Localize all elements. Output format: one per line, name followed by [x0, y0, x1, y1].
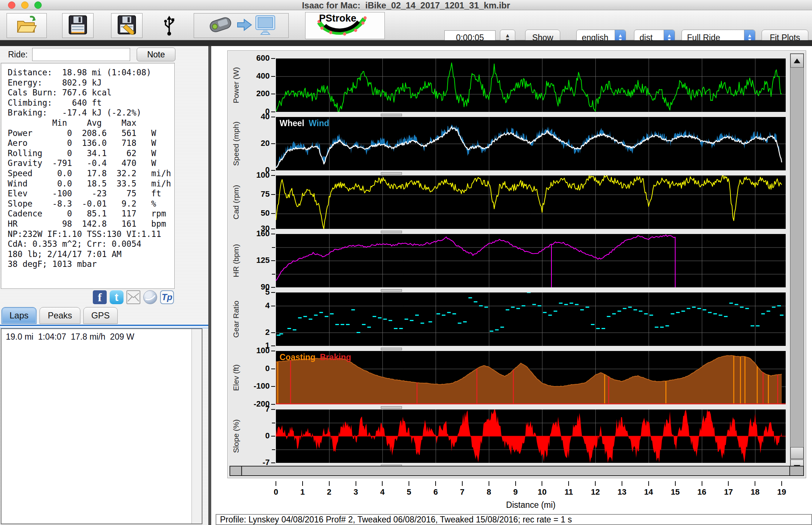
svg-text:PStroke: PStroke	[319, 13, 356, 24]
share-icons-row: f t Tp	[0, 290, 175, 306]
vertical-scrollbar-thumb[interactable]	[790, 447, 804, 459]
save-as-button[interactable]	[111, 13, 143, 38]
ride-name-input[interactable]	[32, 48, 130, 61]
summary-line-17: CdA: 0.353 m^2; Crr: 0.0054	[8, 239, 174, 249]
download-ride-button[interactable]	[194, 13, 289, 38]
save-as-disk-pencil-icon	[117, 15, 136, 36]
panel-splitter[interactable]	[208, 46, 211, 525]
plot-speed[interactable]	[276, 117, 786, 170]
summary-line-6: Power 0 208.6 561 W	[8, 128, 174, 139]
computer-monitor-icon	[254, 14, 276, 37]
summary-line-5: Min Avg Max	[8, 118, 174, 128]
plot-gear[interactable]	[276, 292, 786, 346]
profile-status-text: Profile: Lynskey 04/08/2016 Prof# 2, Twe…	[216, 515, 572, 525]
toolbar: PStroke 0:00:05 ▲▼ Show english ▲▼ dist …	[0, 10, 812, 40]
window-title: Isaac for Mac: iBike_02_14_2017_1201_31_…	[0, 0, 812, 11]
summary-line-7: Aero 0 136.0 718 W	[8, 138, 174, 148]
open-folder-icon	[15, 15, 38, 37]
pstroke-logo-icon: PStroke	[310, 13, 380, 38]
summary-line-18: 180 lb; 2/14/17 7:01 AM	[8, 249, 174, 260]
left-panel: Ride: Note Distance: 18.98 mi (1:04:08)E…	[0, 46, 208, 525]
google-earth-icon[interactable]	[143, 290, 157, 304]
summary-line-3: Climbing: 640 ft	[8, 98, 174, 108]
plot-power[interactable]	[276, 58, 786, 112]
plot-hr[interactable]	[276, 234, 786, 287]
horizontal-scrollbar-home-box[interactable]	[230, 467, 242, 475]
ride-label: Ride:	[8, 50, 28, 60]
summary-line-2: Cals Burn: 767.6 kcal	[8, 88, 174, 98]
summary-line-13: Slope -8.3 -0.01 9.2 %	[8, 199, 174, 209]
email-icon[interactable]	[126, 290, 140, 304]
save-button[interactable]	[62, 13, 94, 38]
tab-bar: LapsPeaksGPS	[0, 306, 208, 325]
summary-line-9: Gravity -791 -0.4 470 W	[8, 158, 174, 169]
powerpod-device-icon	[206, 14, 235, 37]
plot-cadence[interactable]	[276, 175, 786, 229]
open-file-button[interactable]	[7, 13, 47, 38]
summary-line-8: Rolling 0 34.1 62 W	[8, 148, 174, 159]
mini-scrollbar-cadence[interactable]	[381, 231, 402, 233]
save-disk-icon	[68, 15, 87, 36]
twitter-icon[interactable]: t	[110, 290, 124, 304]
usb-download-icon[interactable]	[159, 13, 180, 38]
transfer-arrow-icon	[236, 18, 253, 33]
mini-scrollbar-hr[interactable]	[381, 289, 402, 292]
note-button[interactable]: Note	[137, 48, 175, 61]
summary-line-19: 38 degF; 1013 mbar	[8, 259, 174, 269]
scroll-up-button[interactable]	[790, 54, 804, 68]
pstroke-button[interactable]: PStroke	[305, 12, 385, 39]
tab-peaks[interactable]: Peaks	[39, 307, 80, 324]
lap-row[interactable]: 19.0 mi 1:04:07 17.8 mi/h 209 W	[6, 332, 134, 342]
trainingpeaks-icon[interactable]: Tp	[160, 290, 174, 304]
mini-scrollbar-speed[interactable]	[381, 172, 402, 175]
plot-slope[interactable]	[276, 409, 786, 463]
summary-line-14: Cadence 0 85.1 117 rpm	[8, 209, 174, 219]
laps-list[interactable]: 19.0 mi 1:04:07 17.8 mi/h 209 W	[1, 328, 202, 524]
ride-summary-box: Distance: 18.98 mi (1:04:08)Energy: 802.…	[1, 63, 175, 289]
laps-scrollbar[interactable]	[191, 329, 202, 524]
summary-line-15: HR 98 142.8 161 bpm	[8, 219, 174, 229]
summary-line-16: NP:232W IF:1.10 TSS:130 VI:1.11	[8, 229, 174, 239]
status-bar: Profile: Lynskey 04/08/2016 Prof# 2, Twe…	[216, 514, 812, 525]
summary-line-0: Distance: 18.98 mi (1:04:08)	[8, 68, 174, 78]
summary-line-11: Wind 0.0 18.5 33.5 mi/h	[8, 179, 174, 189]
app-window: Isaac for Mac: iBike_02_14_2017_1201_31_…	[0, 0, 812, 525]
tab-divider	[0, 325, 208, 328]
summary-line-10: Speed 0.0 17.8 32.2 mi/h	[8, 169, 174, 179]
toolbar-separator	[0, 40, 812, 46]
mini-scrollbar-elev[interactable]	[381, 406, 402, 409]
summary-line-4: Braking: -17.4 kJ (-2.2%)	[8, 108, 174, 118]
mini-scrollbar-power[interactable]	[381, 114, 402, 116]
facebook-icon[interactable]: f	[93, 290, 107, 304]
mini-scrollbar-gear[interactable]	[381, 348, 402, 350]
plot-elev[interactable]	[276, 351, 786, 404]
tab-gps[interactable]: GPS	[83, 307, 118, 324]
summary-line-12: Elev -100 -23 75 ft	[8, 189, 174, 199]
horizontal-scrollbar[interactable]	[229, 466, 804, 476]
title-bar: Isaac for Mac: iBike_02_14_2017_1201_31_…	[0, 0, 812, 10]
summary-line-1: Energy: 802.9 kJ	[8, 78, 174, 88]
horizontal-scrollbar-thumb[interactable]	[243, 467, 790, 475]
up-arrow-icon	[794, 58, 800, 63]
vertical-scrollbar[interactable]	[790, 53, 804, 476]
tab-laps[interactable]: Laps	[1, 307, 37, 324]
